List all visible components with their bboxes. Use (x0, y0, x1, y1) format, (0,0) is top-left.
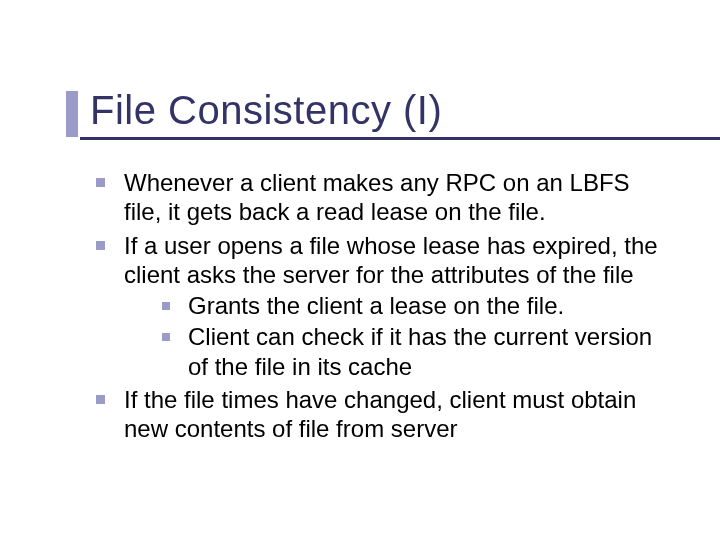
bullet-text: If the file times have changed, client m… (124, 386, 636, 442)
list-item: Whenever a client makes any RPC on an LB… (90, 168, 670, 227)
title-underline (80, 137, 720, 140)
slide-title: File Consistency (I) (90, 88, 680, 132)
list-item: Client can check if it has the current v… (158, 322, 670, 381)
bullet-text: Whenever a client makes any RPC on an LB… (124, 169, 630, 225)
title-block: File Consistency (I) (40, 88, 680, 132)
bullet-list: Whenever a client makes any RPC on an LB… (90, 168, 670, 443)
slide: File Consistency (I) Whenever a client m… (0, 0, 720, 540)
bullet-text: Grants the client a lease on the file. (188, 292, 564, 319)
list-item: Grants the client a lease on the file. (158, 291, 670, 320)
list-item: If the file times have changed, client m… (90, 385, 670, 444)
title-accent-bar (66, 91, 78, 137)
sub-bullet-list: Grants the client a lease on the file. C… (124, 291, 670, 381)
list-item: If a user opens a file whose lease has e… (90, 231, 670, 381)
bullet-text: Client can check if it has the current v… (188, 323, 652, 379)
bullet-text: If a user opens a file whose lease has e… (124, 232, 658, 288)
slide-body: Whenever a client makes any RPC on an LB… (40, 168, 680, 443)
